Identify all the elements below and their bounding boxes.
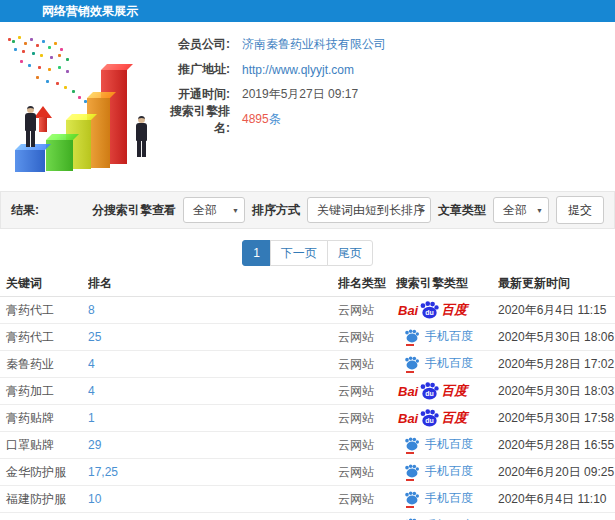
rank-type-cell: 云网站 (338, 356, 396, 373)
table-row: 膏药贴牌 1 云网站 Bai du 百度 2020年5月30日 17:58 (0, 405, 615, 432)
member-info-rows: 会员公司: 济南秦鲁药业科技有限公司 推广地址: http://www.qlyy… (158, 22, 615, 132)
mobile-baidu-logo: 手机百度 (396, 355, 473, 372)
article-type-selected: 全部 (503, 203, 527, 217)
rank-link[interactable]: 17,25 (88, 465, 118, 479)
open-time-value: 2019年5月27日 09:17 (242, 86, 358, 103)
table-row: 福建防护服 10 云网站 手机百度 2020年6月4日 11:10 (0, 486, 615, 513)
keyword-cell: 膏药代工 (0, 329, 88, 346)
company-link[interactable]: 济南秦鲁药业科技有限公司 (242, 36, 386, 53)
mobile-baidu-logo: 手机百度 (396, 463, 473, 480)
keyword-cell: 膏药代工 (0, 302, 88, 319)
table-row: 膏药代工 25 云网站 手机百度 2020年5月30日 18:06 (0, 324, 615, 351)
businessman-figure-right (136, 116, 147, 157)
keyword-cell: 膏药加工 (0, 383, 88, 400)
header-rank-type: 排名类型 (338, 275, 396, 292)
pagination-next[interactable]: 下一页 (270, 240, 328, 266)
mobile-baidu-label: 手机百度 (425, 463, 473, 480)
keyword-cell: 金华防护服 (0, 464, 88, 481)
engine-rank-number: 4895 (242, 112, 269, 126)
table-row: 膏药加工 4 云网站 Bai du 百度 2020年5月30日 18:03 (0, 378, 615, 405)
baidu-paw-icon: du (419, 409, 440, 427)
chevron-down-icon: ▼ (232, 198, 239, 224)
mobile-baidu-label: 手机百度 (425, 328, 473, 345)
mobile-baidu-paw-icon (404, 491, 420, 507)
rank-type-cell: 云网站 (338, 491, 396, 508)
mobile-baidu-logo: 手机百度 (396, 436, 473, 453)
rank-link[interactable]: 4 (88, 357, 95, 371)
baidu-pc-logo: Bai du 百度 (396, 409, 467, 427)
page: 网络营销效果展示 会员公司: 济南秦鲁药业科技有限公司 (0, 0, 615, 520)
filter-controls: 分搜索引擎查看 全部 ▼ 排序方式 关键词由短到长排序 ▼ 文章类型 全部 ▼ … (92, 196, 604, 224)
mobile-baidu-paw-icon (404, 329, 420, 345)
header-updated: 最新更新时间 (498, 275, 615, 292)
updated-cell: 2020年5月28日 16:55 (498, 437, 615, 454)
confetti-decoration (8, 38, 11, 41)
result-filter-bar: 结果: 分搜索引擎查看 全部 ▼ 排序方式 关键词由短到长排序 ▼ 文章类型 全… (0, 191, 615, 229)
rank-link[interactable]: 1 (88, 411, 95, 425)
keyword-cell: 秦鲁药业 (0, 356, 88, 373)
table-header-row: 关键词 排名 排名类型 搜索引擎类型 最新更新时间 (0, 270, 615, 297)
rank-link[interactable]: 8 (88, 303, 95, 317)
engine-view-selected: 全部 (193, 203, 217, 217)
table-row: 秦鲁药业 4 云网站 手机百度 2020年5月28日 17:02 (0, 351, 615, 378)
growth-arrow-icon (34, 106, 52, 134)
pagination-last[interactable]: 尾页 (327, 240, 373, 266)
result-label: 结果: (11, 202, 39, 219)
rank-type-cell: 云网站 (338, 329, 396, 346)
mobile-baidu-label: 手机百度 (425, 436, 473, 453)
promo-url-row: 推广地址: http://www.qlyyjt.com (158, 57, 615, 82)
mobile-baidu-logo: 手机百度 (396, 328, 473, 345)
updated-cell: 2020年6月20日 09:25 (498, 464, 615, 481)
titlebar: 网络营销效果展示 (0, 0, 615, 22)
table-row: 膏药代工 8 云网站 Bai du 百度 2020年6月4日 11:15 (0, 297, 615, 324)
pagination-page-1[interactable]: 1 (242, 240, 271, 266)
baidu-paw-icon: du (419, 301, 440, 319)
sort-selected: 关键词由短到长排序 (317, 203, 425, 217)
engine-rank-unit: 条 (269, 112, 281, 126)
updated-cell: 2020年6月4日 11:15 (498, 302, 615, 319)
header-engine-type: 搜索引擎类型 (396, 275, 498, 292)
header-rank: 排名 (88, 275, 338, 292)
mobile-baidu-paw-icon (404, 437, 420, 453)
chevron-down-icon: ▼ (536, 198, 543, 224)
updated-cell: 2020年5月30日 17:58 (498, 410, 615, 427)
article-type-label: 文章类型 (438, 202, 486, 219)
baidu-paw-icon: du (419, 382, 440, 400)
page-title: 网络营销效果展示 (42, 4, 138, 18)
updated-cell: 2020年5月30日 18:03 (498, 383, 615, 400)
table-row: 口罩贴牌 29 云网站 手机百度 2020年5月28日 16:55 (0, 432, 615, 459)
mobile-baidu-label: 手机百度 (425, 355, 473, 372)
mobile-baidu-logo: 手机百度 (396, 490, 473, 507)
mobile-baidu-paw-icon (404, 464, 420, 480)
keyword-cell: 口罩贴牌 (0, 437, 88, 454)
rank-type-cell: 云网站 (338, 410, 396, 427)
keyword-rank-table: 关键词 排名 排名类型 搜索引擎类型 最新更新时间 膏药代工 8 云网站 Bai… (0, 270, 615, 520)
article-type-select[interactable]: 全部 ▼ (493, 197, 549, 223)
mobile-baidu-paw-icon (404, 356, 420, 372)
updated-cell: 2020年5月30日 18:06 (498, 329, 615, 346)
svg-text:du: du (425, 390, 434, 397)
rank-link[interactable]: 4 (88, 384, 95, 398)
mobile-baidu-label: 手机百度 (425, 490, 473, 507)
engine-view-select[interactable]: 全部 ▼ (183, 197, 245, 223)
rank-link[interactable]: 25 (88, 330, 101, 344)
pagination: 1 下一页 尾页 (0, 239, 615, 266)
submit-button[interactable]: 提交 (556, 196, 604, 224)
keyword-cell: 膏药贴牌 (0, 410, 88, 427)
businessman-figure-left (25, 106, 36, 147)
table-row-partial: 手机百度 (0, 513, 615, 520)
rank-type-cell: 云网站 (338, 302, 396, 319)
updated-cell: 2020年6月4日 11:10 (498, 491, 615, 508)
rank-type-cell: 云网站 (338, 383, 396, 400)
rank-link[interactable]: 29 (88, 438, 101, 452)
svg-text:du: du (425, 417, 434, 424)
chevron-down-icon: ▼ (418, 198, 425, 224)
keyword-cell: 福建防护服 (0, 491, 88, 508)
bar-chart-illustration (2, 34, 172, 182)
promo-url-link[interactable]: http://www.qlyyjt.com (242, 63, 354, 77)
illustration-bar-blue (15, 150, 45, 172)
rank-link[interactable]: 10 (88, 492, 101, 506)
sort-select[interactable]: 关键词由短到长排序 ▼ (307, 197, 431, 223)
baidu-pc-logo: Bai du 百度 (396, 382, 467, 400)
engine-rank-row: 搜索引擎排名: 4895条 (158, 107, 615, 132)
